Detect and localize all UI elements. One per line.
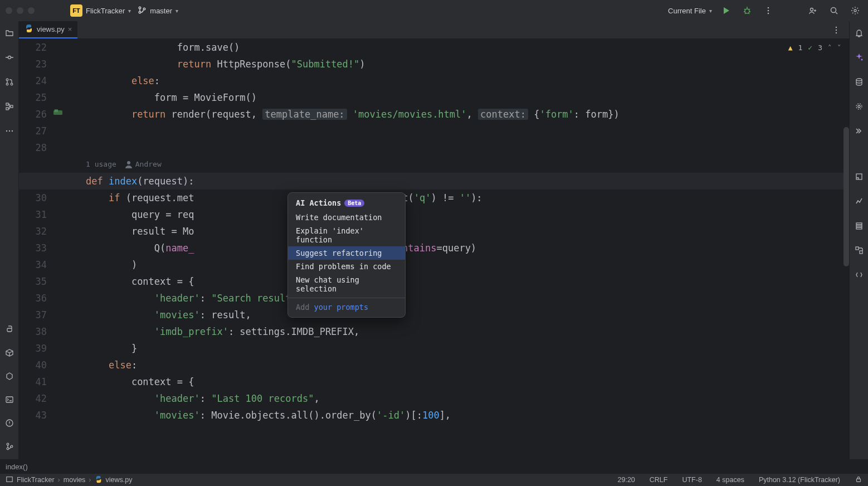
svg-point-1 bbox=[139, 11, 141, 13]
python-console-button[interactable] bbox=[2, 322, 17, 337]
nav-file[interactable]: views.py bbox=[106, 476, 133, 484]
run-config-selector[interactable]: Current File ▾ bbox=[668, 7, 712, 15]
chevron-down-icon: ▾ bbox=[175, 8, 178, 14]
more-tools-button[interactable] bbox=[2, 124, 17, 138]
prev-problem-button[interactable]: ˄ bbox=[828, 43, 832, 52]
branch-icon bbox=[138, 6, 147, 16]
database-tool-button[interactable] bbox=[852, 75, 866, 89]
tab-more-button[interactable] bbox=[829, 23, 843, 37]
interpreter[interactable]: Python 3.12 (FlickTracker) bbox=[759, 476, 840, 484]
services-button[interactable] bbox=[2, 369, 17, 383]
close-dot[interactable] bbox=[6, 7, 12, 14]
endpoints-button[interactable] bbox=[852, 243, 866, 257]
branch-selector[interactable]: master ▾ bbox=[138, 6, 178, 16]
left-tool-rail bbox=[0, 21, 19, 459]
inspections-widget[interactable]: ▲1 ✓3 ˄ ˅ bbox=[788, 43, 841, 52]
svg-point-5 bbox=[768, 10, 769, 12]
function-breadcrumb[interactable]: index() bbox=[0, 459, 868, 474]
tab-filename: views.py bbox=[37, 25, 65, 33]
ai-action-write-documentation[interactable]: Write documentation bbox=[288, 211, 405, 224]
collapse-button[interactable] bbox=[852, 124, 866, 138]
svg-point-24 bbox=[11, 445, 13, 448]
structure-tool-button[interactable] bbox=[2, 99, 17, 114]
cursor-position[interactable]: 29:20 bbox=[618, 476, 635, 484]
chevron-right-icon: › bbox=[58, 476, 60, 484]
changed-line-icon[interactable] bbox=[53, 108, 65, 116]
zoom-dot[interactable] bbox=[28, 7, 35, 14]
code-editor[interactable]: 22 23 24 25 26 27 28 29 30 31 32 33 34 3… bbox=[19, 39, 849, 459]
status-bar: FlickTracker › movies › views.py 29:20 C… bbox=[0, 474, 868, 486]
author-name[interactable]: Andrew bbox=[135, 156, 162, 173]
lock-icon[interactable] bbox=[855, 475, 862, 485]
coverage-button[interactable] bbox=[852, 218, 866, 233]
project-selector[interactable]: FT FlickTracker ▾ bbox=[70, 4, 131, 17]
nav-dir[interactable]: movies bbox=[64, 476, 86, 484]
commit-tool-button[interactable] bbox=[2, 50, 17, 65]
branch-name: master bbox=[150, 7, 172, 15]
ai-assistant-button[interactable] bbox=[852, 50, 866, 65]
code-content[interactable]: ▲1 ✓3 ˄ ˅ form.save() return HttpRespons… bbox=[86, 39, 849, 459]
code-vision-hint[interactable]: 1 usageAndrew bbox=[86, 156, 849, 173]
diff-tool-button[interactable] bbox=[852, 99, 866, 114]
svg-point-34 bbox=[858, 105, 860, 108]
python-packages-button[interactable] bbox=[2, 346, 17, 360]
breadcrumb-fn: index() bbox=[6, 463, 28, 471]
ai-actions-popup: AI Actions Beta Write documentation Expl… bbox=[287, 192, 406, 318]
next-problem-button[interactable]: ˅ bbox=[837, 43, 841, 52]
svg-point-18 bbox=[8, 130, 9, 132]
add-prompts-row: Add your prompts bbox=[288, 300, 405, 314]
problems-button[interactable] bbox=[2, 416, 17, 430]
minimize-dot[interactable] bbox=[17, 7, 23, 14]
notifications-button[interactable] bbox=[852, 26, 866, 40]
svg-point-23 bbox=[7, 448, 9, 450]
run-button[interactable] bbox=[719, 3, 733, 18]
indent-config[interactable]: 4 spaces bbox=[716, 476, 744, 484]
svg-rect-15 bbox=[6, 108, 8, 110]
beta-badge: Beta bbox=[344, 200, 364, 207]
svg-rect-16 bbox=[11, 105, 13, 108]
nav-project[interactable]: FlickTracker bbox=[17, 476, 55, 484]
svg-point-27 bbox=[836, 32, 837, 33]
tab-views-py[interactable]: views.py × bbox=[19, 21, 77, 38]
svg-point-0 bbox=[139, 7, 141, 9]
file-encoding[interactable]: UTF-8 bbox=[682, 476, 701, 484]
vcs-tool-button[interactable] bbox=[2, 439, 17, 454]
search-button[interactable] bbox=[827, 3, 841, 18]
profiler-button[interactable] bbox=[852, 194, 866, 208]
your-prompts-link[interactable]: your prompts bbox=[314, 303, 369, 312]
svg-point-31 bbox=[861, 59, 862, 61]
svg-point-7 bbox=[811, 8, 813, 11]
project-tool-button[interactable] bbox=[2, 26, 17, 40]
gutter-annotations bbox=[52, 39, 86, 459]
svg-point-25 bbox=[836, 26, 837, 27]
svg-rect-37 bbox=[856, 225, 862, 227]
svg-point-10 bbox=[8, 56, 11, 59]
warning-icon: ▲ bbox=[788, 43, 793, 52]
run-config-label: Current File bbox=[668, 7, 706, 15]
usages-count[interactable]: 1 usage bbox=[86, 156, 116, 173]
code-with-me-button[interactable] bbox=[806, 3, 820, 18]
ai-action-suggest-refactoring[interactable]: Suggest refactoring bbox=[288, 246, 405, 260]
ai-action-new-chat[interactable]: New chat using selection bbox=[288, 273, 405, 295]
svg-point-9 bbox=[854, 9, 856, 12]
window-controls[interactable] bbox=[6, 7, 35, 14]
close-icon[interactable]: × bbox=[68, 25, 72, 33]
editor-scrollbar[interactable] bbox=[843, 127, 849, 266]
pull-requests-button[interactable] bbox=[2, 75, 17, 89]
check-count: 3 bbox=[818, 43, 822, 52]
resize-button[interactable] bbox=[852, 169, 866, 184]
line-separator[interactable]: CRLF bbox=[650, 476, 668, 484]
check-icon: ✓ bbox=[808, 43, 812, 52]
settings-button[interactable] bbox=[848, 3, 862, 18]
svg-point-19 bbox=[11, 130, 12, 132]
debug-button[interactable] bbox=[740, 3, 754, 18]
terminal-button[interactable] bbox=[2, 392, 17, 407]
svg-rect-35 bbox=[856, 174, 862, 179]
ai-action-explain-function[interactable]: Explain 'index' function bbox=[288, 224, 405, 246]
svg-point-8 bbox=[831, 8, 836, 13]
tool-button[interactable] bbox=[852, 268, 866, 282]
svg-rect-39 bbox=[856, 247, 859, 250]
svg-point-22 bbox=[7, 443, 9, 445]
ai-action-find-problems[interactable]: Find problems in code bbox=[288, 260, 405, 273]
more-actions-button[interactable] bbox=[761, 3, 776, 18]
